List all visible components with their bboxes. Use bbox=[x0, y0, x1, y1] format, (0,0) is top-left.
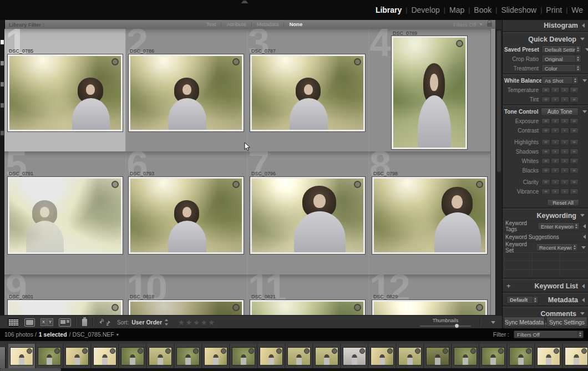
exposure-adjust-button[interactable]: ›› bbox=[570, 118, 579, 124]
module-print[interactable]: Print bbox=[542, 6, 566, 14]
temperature-adjust-button[interactable]: › bbox=[560, 87, 569, 93]
thumbnail-badge-icon[interactable] bbox=[111, 181, 119, 188]
collapse-arrow-icon[interactable] bbox=[583, 224, 586, 228]
thumbnail-badge-icon[interactable] bbox=[354, 58, 361, 65]
grid-view-icon[interactable] bbox=[8, 318, 19, 327]
filmstrip-cell[interactable] bbox=[36, 344, 63, 369]
filmstrip-thumbnail[interactable] bbox=[93, 347, 116, 365]
filmstrip-thumbnail[interactable] bbox=[509, 347, 533, 365]
panel-reveal-arrow-icon[interactable] bbox=[240, 0, 249, 3]
clarity-adjust-button[interactable]: ›› bbox=[570, 179, 579, 185]
temperature-adjust-button[interactable]: ‹ bbox=[551, 87, 560, 93]
filmstrip-cell[interactable] bbox=[341, 344, 368, 369]
photo-thumbnail[interactable] bbox=[392, 36, 467, 149]
selection-status[interactable]: 106 photos / 1 selected / DSC_0785.NEF ▾ bbox=[0, 331, 119, 338]
vibrance-adjust-button[interactable]: ‹‹ bbox=[541, 189, 550, 195]
thumbnail-badge-icon[interactable] bbox=[111, 304, 119, 311]
tint-adjust-button[interactable]: › bbox=[560, 96, 569, 103]
shadows-adjust-button[interactable]: › bbox=[560, 149, 569, 155]
metadata-preset-dropdown[interactable]: Default bbox=[506, 296, 539, 304]
filter-preset[interactable]: Filters Off bbox=[453, 22, 495, 28]
tint-adjust-button[interactable]: ›› bbox=[570, 96, 579, 103]
vibrance-adjust-button[interactable]: › bbox=[560, 189, 569, 195]
tint-adjust-button[interactable]: ‹ bbox=[551, 96, 560, 103]
disclosure-icon[interactable] bbox=[582, 79, 587, 82]
filter-preset-value[interactable]: Filters Off bbox=[453, 22, 476, 28]
grid-cell[interactable]: 4DSC_0789 bbox=[368, 29, 491, 152]
stepper-icon[interactable] bbox=[164, 319, 169, 326]
blacks-adjust-button[interactable]: › bbox=[560, 167, 569, 174]
collapse-arrow-icon[interactable] bbox=[583, 235, 586, 239]
filmstrip-thumbnail[interactable] bbox=[481, 347, 505, 365]
module-we[interactable]: We bbox=[567, 6, 587, 14]
filmstrip-cell[interactable] bbox=[535, 344, 562, 369]
whites-adjust-button[interactable]: ‹ bbox=[551, 158, 560, 164]
treatment-dropdown[interactable]: Color bbox=[541, 64, 581, 72]
filmstrip-thumbnail[interactable] bbox=[426, 347, 449, 365]
grid-cell[interactable]: 10DSC_0818 bbox=[125, 275, 247, 315]
sync-settings-button[interactable]: Sync Settings bbox=[546, 317, 587, 327]
filter-option-attribute[interactable]: Attribute bbox=[221, 22, 251, 27]
filmstrip-scrollbar[interactable] bbox=[0, 368, 588, 371]
thumbnail-badge-icon[interactable] bbox=[232, 304, 240, 311]
keyword-list-header[interactable]: + Keyword List bbox=[503, 281, 588, 291]
filmstrip-cell[interactable] bbox=[313, 344, 341, 369]
photo-thumbnail[interactable] bbox=[250, 54, 365, 131]
vibrance-adjust-button[interactable]: ‹ bbox=[551, 189, 560, 195]
photo-thumbnail[interactable] bbox=[8, 177, 123, 254]
star-rating[interactable]: ★★★★★ bbox=[178, 317, 216, 327]
shadows-adjust-button[interactable]: ‹ bbox=[551, 149, 560, 155]
grid-cell[interactable]: 12DSC_0829 bbox=[368, 275, 491, 315]
filmstrip-cell[interactable] bbox=[230, 344, 257, 369]
contrast-adjust-button[interactable]: › bbox=[560, 128, 569, 134]
stepper-icon[interactable] bbox=[577, 331, 583, 338]
shadows-adjust-button[interactable]: ›› bbox=[570, 149, 579, 155]
star-icon[interactable]: ★ bbox=[201, 318, 209, 327]
filmstrip-thumbnail[interactable] bbox=[343, 347, 366, 365]
module-slideshow[interactable]: Slideshow bbox=[497, 6, 540, 14]
sync-metadata-button[interactable]: Sync Metadata bbox=[504, 317, 545, 327]
star-icon[interactable]: ★ bbox=[193, 318, 201, 327]
thumbnail-badge-icon[interactable] bbox=[354, 181, 361, 188]
exposure-adjust-button[interactable]: ‹‹ bbox=[541, 118, 550, 124]
filmstrip-cell[interactable] bbox=[258, 344, 285, 369]
slider-knob[interactable] bbox=[454, 323, 459, 328]
photo-thumbnail[interactable] bbox=[129, 177, 244, 254]
star-icon[interactable]: ★ bbox=[186, 318, 194, 327]
filmstrip-thumbnail[interactable] bbox=[315, 347, 338, 365]
vibrance-adjust-button[interactable]: ›› bbox=[570, 189, 579, 195]
painter-spray-icon[interactable] bbox=[82, 319, 87, 326]
stepper-icon[interactable] bbox=[533, 297, 538, 303]
toolbar-options-icon[interactable] bbox=[491, 321, 495, 324]
reset-all-button[interactable]: Reset All bbox=[547, 199, 579, 206]
thumbnail-badge-icon[interactable] bbox=[111, 58, 119, 65]
metadata-header[interactable]: Default Metadata bbox=[503, 294, 588, 305]
exposure-adjust-button[interactable]: ‹ bbox=[551, 118, 560, 124]
stepper-icon[interactable] bbox=[575, 65, 581, 72]
thumbnail-badge-icon[interactable] bbox=[476, 304, 483, 311]
temperature-adjust-button[interactable]: ‹‹ bbox=[541, 87, 550, 93]
blacks-adjust-button[interactable]: ›› bbox=[570, 167, 579, 174]
photo-thumbnail[interactable] bbox=[372, 300, 487, 315]
filter-option-text[interactable]: Text bbox=[201, 22, 221, 27]
keywording-header[interactable]: Keywording bbox=[503, 210, 588, 221]
highlights-adjust-button[interactable]: ‹ bbox=[551, 139, 560, 145]
grid-cell[interactable]: 5DSC_0791 bbox=[4, 151, 126, 275]
photo-thumbnail[interactable] bbox=[250, 300, 365, 315]
filmstrip-cell[interactable] bbox=[286, 344, 313, 369]
blacks-adjust-button[interactable]: ‹ bbox=[551, 167, 560, 174]
filmstrip-cell[interactable] bbox=[369, 344, 396, 369]
photo-thumbnail[interactable] bbox=[250, 177, 365, 254]
module-develop[interactable]: Develop bbox=[407, 6, 443, 14]
whites-adjust-button[interactable]: ‹‹ bbox=[541, 158, 550, 164]
contrast-adjust-button[interactable]: ‹ bbox=[551, 128, 560, 134]
grid-cell[interactable]: 11DSC_0821 bbox=[247, 275, 369, 315]
filmstrip-thumbnail[interactable] bbox=[287, 347, 311, 365]
white-balance-dropdown[interactable]: As Shot bbox=[541, 77, 579, 84]
star-icon[interactable]: ★ bbox=[178, 318, 186, 327]
highlights-adjust-button[interactable]: › bbox=[560, 139, 569, 145]
keyword-tags-dropdown[interactable]: Enter Keywords bbox=[538, 222, 580, 230]
photo-thumbnail[interactable] bbox=[8, 54, 123, 131]
filter-option-metadata[interactable]: Metadata bbox=[251, 22, 284, 27]
highlights-adjust-button[interactable]: ›› bbox=[570, 139, 579, 145]
